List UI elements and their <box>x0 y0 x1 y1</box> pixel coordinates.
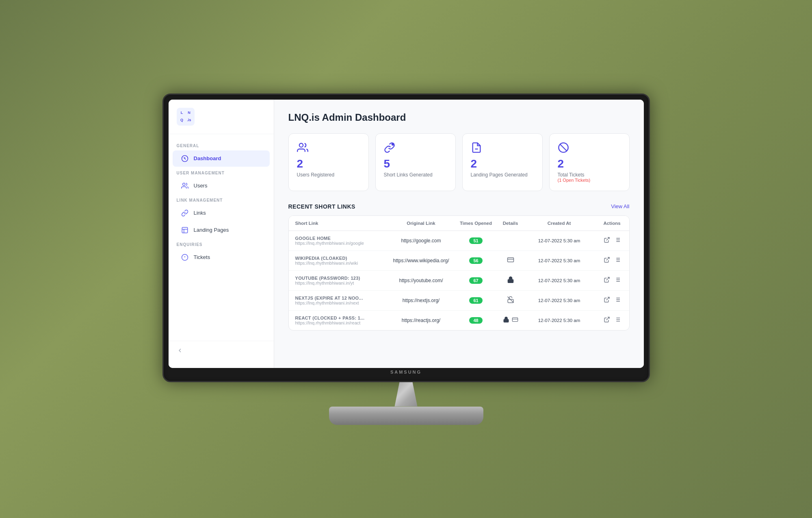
th-created-at: Created At <box>527 221 592 226</box>
short-links-number: 5 <box>384 157 447 170</box>
logo-q: Q <box>180 118 183 122</box>
svg-rect-42 <box>504 319 509 322</box>
cell-original-link-google: https://google.com <box>385 238 458 244</box>
sidebar-section-label-link-management: LINK MANAGEMENT <box>169 195 274 204</box>
menu-icon-wikipedia[interactable] <box>614 257 621 265</box>
badge-youtube: 67 <box>469 277 482 284</box>
table-row: NEXTJS (EXPIRE AT 12 NOO... https://lnq.… <box>289 291 629 311</box>
badge-react: 48 <box>469 317 482 324</box>
short-link-name-youtube: YOUTUBE (PASSWORD: 123) <box>295 276 385 281</box>
cell-created-at-react: 12-07-2022 5:30 am <box>527 318 592 323</box>
sidebar-section-label-user-management: USER MANAGEMENT <box>169 168 274 177</box>
sidebar-section-label-general: GENERAL <box>169 140 274 150</box>
cell-actions-react <box>592 316 630 324</box>
action-icons-youtube <box>592 276 630 285</box>
external-link-icon-wikipedia[interactable] <box>604 257 610 265</box>
external-link-icon-react[interactable] <box>604 316 610 324</box>
dashboard-icon <box>181 155 189 163</box>
th-original-link: Original Link <box>385 221 458 226</box>
th-short-link: Short Link <box>295 221 385 226</box>
svg-line-45 <box>606 317 609 320</box>
card-icon-react <box>512 316 518 324</box>
svg-rect-25 <box>508 279 513 283</box>
sidebar-item-tickets[interactable]: Tickets <box>173 249 270 266</box>
section-header: RECENT SHORT LINKS View All <box>288 203 630 210</box>
badge-google: 51 <box>469 237 482 244</box>
cell-actions-youtube <box>592 276 630 285</box>
sidebar-item-label-users: Users <box>194 183 208 189</box>
badge-wikipedia: 56 <box>469 257 482 264</box>
cell-times-opened-youtube: 67 <box>458 277 494 284</box>
th-actions: Actions <box>592 221 630 226</box>
cell-details-youtube <box>494 276 527 285</box>
total-tickets-sublabel: (1 Open Tickets) <box>558 178 621 183</box>
cell-created-at-youtube: 12-07-2022 5:30 am <box>527 278 592 283</box>
landing-pages-label: Landing Pages Generated <box>471 172 534 178</box>
svg-rect-43 <box>512 318 518 321</box>
landing-pages-stat-icon <box>471 142 534 153</box>
links-icon <box>181 209 189 217</box>
svg-rect-16 <box>507 257 513 262</box>
sidebar-item-dashboard[interactable]: Dashboard <box>173 150 270 167</box>
card-icon-wikipedia <box>507 258 514 265</box>
sidebar-section-link-management: LINK MANAGEMENT Links <box>169 195 274 239</box>
cell-original-link-nextjs: https://nextjs.org/ <box>385 298 458 303</box>
users-registered-number: 2 <box>297 157 360 170</box>
logo-box: L N Q .is <box>177 108 195 126</box>
cell-short-link-youtube: YOUTUBE (PASSWORD: 123) https://lnq.rhyt… <box>295 276 385 285</box>
sidebar-item-landing-pages[interactable]: Landing Pages <box>173 222 270 238</box>
sidebar-item-users[interactable]: Users <box>173 178 270 194</box>
short-link-url-nextjs: https://lnq.rhythmbhiwani.in/next <box>295 300 385 305</box>
data-table: Short Link Original Link Times Opened De… <box>288 215 630 331</box>
logo-area: L N Q .is <box>169 108 274 134</box>
sidebar-bottom <box>169 341 274 360</box>
svg-line-9 <box>606 237 609 240</box>
cell-actions-google <box>592 237 630 245</box>
sidebar-item-label-tickets: Tickets <box>194 254 210 260</box>
external-link-icon-google[interactable] <box>604 237 610 245</box>
tv-brand: SAMSUNG <box>169 368 644 376</box>
th-times-opened: Times Opened <box>458 221 494 226</box>
menu-icon-youtube[interactable] <box>614 276 621 285</box>
stat-card-users-registered: 2 Users Registered <box>288 133 369 191</box>
external-link-icon-nextjs[interactable] <box>604 296 610 305</box>
menu-icon-nextjs[interactable] <box>614 296 621 305</box>
short-link-url-wikipedia: https://lnq.rhythmbhiwani.in/wiki <box>295 261 385 266</box>
tv-stand-neck <box>390 382 422 407</box>
cell-created-at-wikipedia: 12-07-2022 5:30 am <box>527 258 592 263</box>
cell-original-link-wikipedia: https://www.wikipedia.org/ <box>385 258 458 263</box>
short-link-url-google: https://lnq.rhythmbhiwani.in/google <box>295 241 385 246</box>
lock-icon-youtube <box>507 278 514 285</box>
menu-icon-google[interactable] <box>614 237 621 245</box>
short-link-name-google: GOOGLE HOME <box>295 236 385 241</box>
view-all-link[interactable]: View All <box>611 203 629 209</box>
cell-actions-nextjs <box>592 296 630 305</box>
sidebar-section-label-enquiries: ENQUIRIES <box>169 239 274 248</box>
page-title: LNQ.is Admin Dashboard <box>288 112 630 123</box>
action-icons-wikipedia <box>592 257 630 265</box>
svg-line-35 <box>606 297 609 300</box>
cell-times-opened-nextjs: 61 <box>458 297 494 304</box>
sidebar-item-label-dashboard: Dashboard <box>194 155 221 161</box>
landing-pages-icon <box>181 226 189 234</box>
menu-icon-react[interactable] <box>614 316 621 324</box>
cell-short-link-react: REACT (CLOCKED + PASS: 1... https://lnq.… <box>295 316 385 325</box>
cell-short-link-nextjs: NEXTJS (EXPIRE AT 12 NOO... https://lnq.… <box>295 296 385 305</box>
lock-icon-react <box>503 316 509 324</box>
total-tickets-number: 2 <box>558 157 621 170</box>
external-link-icon-youtube[interactable] <box>604 276 610 285</box>
cell-details-react <box>494 316 527 324</box>
short-link-name-nextjs: NEXTJS (EXPIRE AT 12 NOO... <box>295 296 385 300</box>
collapse-button[interactable] <box>177 347 266 354</box>
short-link-name-wikipedia: WIKIPEDIA (CLOAKED) <box>295 256 385 261</box>
table-row: REACT (CLOCKED + PASS: 1... https://lnq.… <box>289 311 629 330</box>
cell-original-link-youtube: https://youtube.com/ <box>385 278 458 283</box>
svg-line-18 <box>606 257 609 260</box>
action-icons-google <box>592 237 630 245</box>
sidebar-item-links[interactable]: Links <box>173 205 270 221</box>
cell-times-opened-wikipedia: 56 <box>458 257 494 264</box>
cell-created-at-google: 12-07-2022 5:30 am <box>527 238 592 243</box>
svg-point-5 <box>391 143 394 146</box>
cell-details-nextjs <box>494 296 527 305</box>
svg-point-1 <box>182 183 185 185</box>
